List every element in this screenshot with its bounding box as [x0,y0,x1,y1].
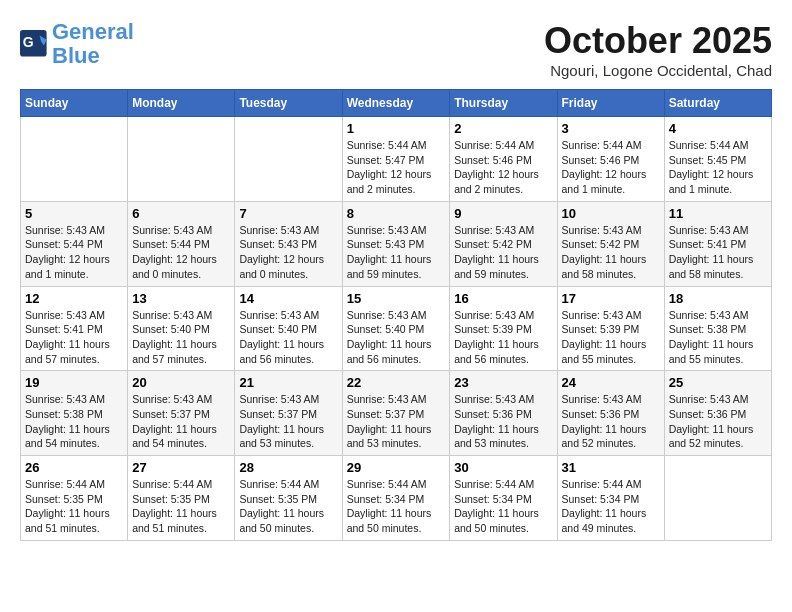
day-number: 8 [347,206,446,221]
calendar-cell: 30Sunrise: 5:44 AM Sunset: 5:34 PM Dayli… [450,456,557,541]
cell-info: Sunrise: 5:43 AM Sunset: 5:42 PM Dayligh… [454,223,552,282]
cell-info: Sunrise: 5:44 AM Sunset: 5:46 PM Dayligh… [454,138,552,197]
cell-info: Sunrise: 5:43 AM Sunset: 5:43 PM Dayligh… [239,223,337,282]
calendar-week-row: 26Sunrise: 5:44 AM Sunset: 5:35 PM Dayli… [21,456,772,541]
cell-info: Sunrise: 5:43 AM Sunset: 5:39 PM Dayligh… [562,308,660,367]
calendar-cell: 16Sunrise: 5:43 AM Sunset: 5:39 PM Dayli… [450,286,557,371]
cell-info: Sunrise: 5:43 AM Sunset: 5:44 PM Dayligh… [132,223,230,282]
day-number: 20 [132,375,230,390]
day-number: 5 [25,206,123,221]
calendar-cell: 19Sunrise: 5:43 AM Sunset: 5:38 PM Dayli… [21,371,128,456]
calendar-header-sunday: Sunday [21,90,128,117]
day-number: 21 [239,375,337,390]
calendar-header-saturday: Saturday [664,90,771,117]
calendar-cell [128,117,235,202]
calendar-cell: 31Sunrise: 5:44 AM Sunset: 5:34 PM Dayli… [557,456,664,541]
cell-info: Sunrise: 5:43 AM Sunset: 5:44 PM Dayligh… [25,223,123,282]
cell-info: Sunrise: 5:43 AM Sunset: 5:38 PM Dayligh… [669,308,767,367]
calendar-cell: 20Sunrise: 5:43 AM Sunset: 5:37 PM Dayli… [128,371,235,456]
calendar-cell: 1Sunrise: 5:44 AM Sunset: 5:47 PM Daylig… [342,117,450,202]
cell-info: Sunrise: 5:43 AM Sunset: 5:40 PM Dayligh… [239,308,337,367]
calendar-week-row: 1Sunrise: 5:44 AM Sunset: 5:47 PM Daylig… [21,117,772,202]
calendar-cell: 21Sunrise: 5:43 AM Sunset: 5:37 PM Dayli… [235,371,342,456]
cell-info: Sunrise: 5:43 AM Sunset: 5:36 PM Dayligh… [669,392,767,451]
calendar-cell [664,456,771,541]
calendar: SundayMondayTuesdayWednesdayThursdayFrid… [20,89,772,541]
calendar-cell: 6Sunrise: 5:43 AM Sunset: 5:44 PM Daylig… [128,201,235,286]
day-number: 12 [25,291,123,306]
cell-info: Sunrise: 5:44 AM Sunset: 5:45 PM Dayligh… [669,138,767,197]
cell-info: Sunrise: 5:43 AM Sunset: 5:40 PM Dayligh… [132,308,230,367]
calendar-cell: 27Sunrise: 5:44 AM Sunset: 5:35 PM Dayli… [128,456,235,541]
calendar-cell: 8Sunrise: 5:43 AM Sunset: 5:43 PM Daylig… [342,201,450,286]
location: Ngouri, Logone Occidental, Chad [544,62,772,79]
day-number: 6 [132,206,230,221]
cell-info: Sunrise: 5:44 AM Sunset: 5:47 PM Dayligh… [347,138,446,197]
cell-info: Sunrise: 5:43 AM Sunset: 5:39 PM Dayligh… [454,308,552,367]
day-number: 11 [669,206,767,221]
calendar-cell: 12Sunrise: 5:43 AM Sunset: 5:41 PM Dayli… [21,286,128,371]
day-number: 31 [562,460,660,475]
cell-info: Sunrise: 5:43 AM Sunset: 5:43 PM Dayligh… [347,223,446,282]
calendar-header-thursday: Thursday [450,90,557,117]
day-number: 18 [669,291,767,306]
cell-info: Sunrise: 5:43 AM Sunset: 5:36 PM Dayligh… [562,392,660,451]
cell-info: Sunrise: 5:44 AM Sunset: 5:35 PM Dayligh… [25,477,123,536]
calendar-cell: 13Sunrise: 5:43 AM Sunset: 5:40 PM Dayli… [128,286,235,371]
calendar-cell: 14Sunrise: 5:43 AM Sunset: 5:40 PM Dayli… [235,286,342,371]
day-number: 9 [454,206,552,221]
calendar-header-row: SundayMondayTuesdayWednesdayThursdayFrid… [21,90,772,117]
day-number: 28 [239,460,337,475]
cell-info: Sunrise: 5:43 AM Sunset: 5:37 PM Dayligh… [239,392,337,451]
calendar-cell [21,117,128,202]
calendar-cell: 4Sunrise: 5:44 AM Sunset: 5:45 PM Daylig… [664,117,771,202]
calendar-header-tuesday: Tuesday [235,90,342,117]
day-number: 4 [669,121,767,136]
day-number: 1 [347,121,446,136]
svg-text:G: G [23,34,34,50]
day-number: 19 [25,375,123,390]
calendar-cell: 17Sunrise: 5:43 AM Sunset: 5:39 PM Dayli… [557,286,664,371]
day-number: 15 [347,291,446,306]
cell-info: Sunrise: 5:44 AM Sunset: 5:34 PM Dayligh… [347,477,446,536]
cell-info: Sunrise: 5:43 AM Sunset: 5:38 PM Dayligh… [25,392,123,451]
cell-info: Sunrise: 5:43 AM Sunset: 5:37 PM Dayligh… [347,392,446,451]
calendar-header-monday: Monday [128,90,235,117]
calendar-cell: 11Sunrise: 5:43 AM Sunset: 5:41 PM Dayli… [664,201,771,286]
day-number: 23 [454,375,552,390]
cell-info: Sunrise: 5:44 AM Sunset: 5:35 PM Dayligh… [239,477,337,536]
day-number: 16 [454,291,552,306]
calendar-cell: 2Sunrise: 5:44 AM Sunset: 5:46 PM Daylig… [450,117,557,202]
calendar-week-row: 19Sunrise: 5:43 AM Sunset: 5:38 PM Dayli… [21,371,772,456]
cell-info: Sunrise: 5:43 AM Sunset: 5:41 PM Dayligh… [25,308,123,367]
month-title: October 2025 [544,20,772,62]
logo-line1: General [52,19,134,44]
cell-info: Sunrise: 5:44 AM Sunset: 5:34 PM Dayligh… [454,477,552,536]
day-number: 13 [132,291,230,306]
cell-info: Sunrise: 5:43 AM Sunset: 5:40 PM Dayligh… [347,308,446,367]
day-number: 7 [239,206,337,221]
day-number: 24 [562,375,660,390]
calendar-cell: 28Sunrise: 5:44 AM Sunset: 5:35 PM Dayli… [235,456,342,541]
calendar-cell: 26Sunrise: 5:44 AM Sunset: 5:35 PM Dayli… [21,456,128,541]
logo-icon: G [20,30,48,58]
calendar-cell: 22Sunrise: 5:43 AM Sunset: 5:37 PM Dayli… [342,371,450,456]
calendar-cell: 7Sunrise: 5:43 AM Sunset: 5:43 PM Daylig… [235,201,342,286]
day-number: 14 [239,291,337,306]
calendar-cell: 5Sunrise: 5:43 AM Sunset: 5:44 PM Daylig… [21,201,128,286]
calendar-cell: 3Sunrise: 5:44 AM Sunset: 5:46 PM Daylig… [557,117,664,202]
calendar-cell: 15Sunrise: 5:43 AM Sunset: 5:40 PM Dayli… [342,286,450,371]
day-number: 27 [132,460,230,475]
day-number: 2 [454,121,552,136]
calendar-cell: 29Sunrise: 5:44 AM Sunset: 5:34 PM Dayli… [342,456,450,541]
cell-info: Sunrise: 5:44 AM Sunset: 5:46 PM Dayligh… [562,138,660,197]
day-number: 3 [562,121,660,136]
calendar-cell: 23Sunrise: 5:43 AM Sunset: 5:36 PM Dayli… [450,371,557,456]
calendar-cell: 24Sunrise: 5:43 AM Sunset: 5:36 PM Dayli… [557,371,664,456]
calendar-cell: 18Sunrise: 5:43 AM Sunset: 5:38 PM Dayli… [664,286,771,371]
day-number: 26 [25,460,123,475]
logo-text: General Blue [52,20,134,68]
cell-info: Sunrise: 5:44 AM Sunset: 5:34 PM Dayligh… [562,477,660,536]
calendar-week-row: 5Sunrise: 5:43 AM Sunset: 5:44 PM Daylig… [21,201,772,286]
day-number: 30 [454,460,552,475]
